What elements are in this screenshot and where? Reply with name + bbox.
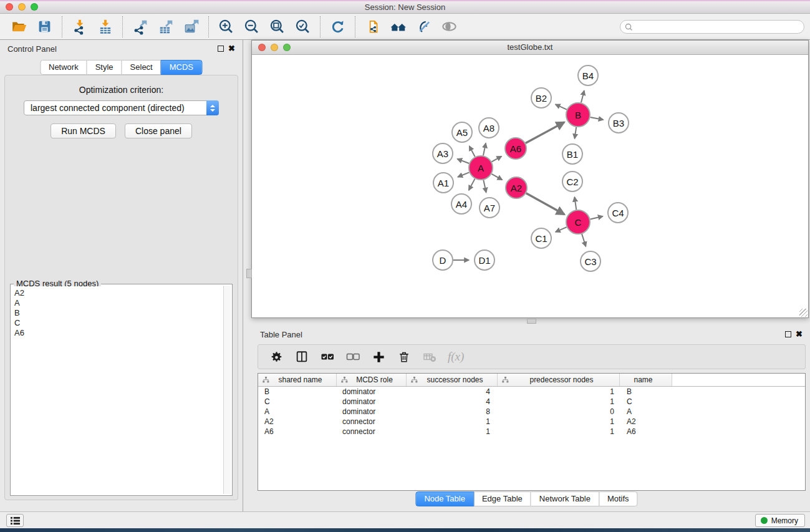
delete-column-icon[interactable] [397, 349, 412, 365]
show-graphics-details-button[interactable] [436, 15, 462, 39]
graph-edge-A-A6[interactable] [491, 157, 501, 162]
column-layout-icon[interactable] [294, 349, 309, 365]
table-cell[interactable]: B [258, 387, 337, 397]
graph-edge-A-A7[interactable] [483, 180, 486, 193]
graph-node-A1[interactable]: A1 [433, 173, 453, 193]
table-cell[interactable]: A2 [258, 417, 337, 427]
table-row[interactable]: A6connector11A6 [258, 427, 805, 437]
graph-node-A7[interactable]: A7 [480, 198, 499, 218]
graph-node-A4[interactable]: A4 [451, 194, 471, 214]
table-row[interactable]: Cdominator41C [258, 397, 805, 407]
graph-edge-C-C4[interactable] [590, 216, 602, 220]
graph-node-B3[interactable]: B3 [609, 113, 629, 133]
search-input[interactable] [635, 21, 804, 32]
graph-node-D1[interactable]: D1 [475, 250, 494, 270]
graph-edge-B-B1[interactable] [575, 127, 577, 138]
table-cell[interactable]: dominator [337, 387, 407, 397]
graph-node-C3[interactable]: C3 [581, 251, 600, 271]
graph-edge-A-A8[interactable] [483, 143, 486, 155]
graph-node-B1[interactable]: B1 [562, 144, 582, 164]
graph-edge-C-C2[interactable] [574, 197, 576, 210]
resize-grip[interactable] [799, 309, 808, 317]
save-session-button[interactable] [32, 15, 57, 39]
mcds-result-item[interactable]: A6 [12, 328, 223, 338]
table-row[interactable]: Bdominator41B [258, 387, 805, 397]
zoom-fit-button[interactable] [264, 15, 290, 39]
table-row[interactable]: Adominator80A [258, 407, 805, 417]
close-table-panel-icon[interactable]: ✖ [796, 329, 803, 339]
table-cell[interactable]: C [258, 397, 337, 407]
graph-node-B2[interactable]: B2 [531, 88, 551, 108]
table-cell[interactable]: dominator [337, 407, 407, 417]
import-table-button[interactable] [92, 15, 118, 39]
tab-mcds[interactable]: MCDS [161, 60, 202, 75]
dropdown-stepper-icon[interactable] [206, 100, 219, 115]
table-cell[interactable]: dominator [337, 397, 407, 407]
column-header-predecessor-nodes[interactable]: predecessor nodes [498, 374, 620, 386]
graph-node-B[interactable]: B [566, 103, 590, 127]
table-cell[interactable]: 1 [498, 417, 620, 427]
graph-node-C2[interactable]: C2 [562, 172, 582, 191]
zoom-out-button[interactable] [239, 15, 264, 39]
graph-edge-B-B2[interactable] [556, 104, 567, 109]
graph-edge-A-A1[interactable] [458, 172, 469, 177]
network-canvas[interactable]: ABCA2A6A1A3A4A5A7A8B1B2B3B4C1C2C3C4DD1 [252, 55, 808, 317]
table-cell[interactable]: 4 [407, 397, 498, 407]
splitter-handle-vertical[interactable] [246, 269, 252, 278]
graph-edge-C-C3[interactable] [582, 234, 586, 246]
table-cell[interactable]: 1 [407, 427, 498, 437]
mcds-result-item[interactable]: C [12, 318, 223, 328]
network-graph[interactable]: ABCA2A6A1A3A4A5A7A8B1B2B3B4C1C2C3C4DD1 [252, 55, 808, 317]
network-from-selection-button[interactable] [360, 15, 385, 39]
zoom-in-button[interactable] [213, 15, 239, 39]
graph-node-A5[interactable]: A5 [452, 122, 472, 142]
graph-node-D[interactable]: D [433, 250, 453, 270]
table-cell[interactable]: 1 [498, 397, 620, 407]
table-cell[interactable]: A6 [258, 427, 337, 437]
table-cell[interactable]: 0 [498, 407, 620, 417]
column-header-MCDS-role[interactable]: MCDS role [337, 374, 407, 386]
splitter-handle-horizontal[interactable] [527, 319, 536, 324]
memory-button[interactable]: Memory [755, 514, 805, 527]
run-mcds-button[interactable]: Run MCDS [51, 123, 116, 138]
tab-style[interactable]: Style [87, 60, 122, 75]
mcds-result-item[interactable]: A [12, 298, 223, 308]
criterion-dropdown[interactable]: largest connected component (directed) [24, 100, 219, 115]
table-cell[interactable]: A6 [620, 427, 672, 437]
network-window-titlebar[interactable]: testGlobe.txt [252, 41, 808, 55]
graph-edge-A6-B[interactable] [526, 122, 564, 143]
graph-node-C[interactable]: C [566, 210, 590, 234]
export-table-button[interactable] [153, 15, 178, 39]
column-header-shared-name[interactable]: shared name [258, 374, 337, 386]
tab-network[interactable]: Network [40, 60, 87, 75]
table-cell[interactable]: 4 [407, 387, 498, 397]
tab-edge-table[interactable]: Edge Table [473, 491, 531, 506]
graph-node-C1[interactable]: C1 [531, 228, 551, 248]
graph-edge-A-A2[interactable] [491, 174, 502, 180]
table-cell[interactable]: B [620, 387, 672, 397]
graph-edge-A-A3[interactable] [457, 159, 469, 163]
deselect-all-checkbox-icon[interactable] [345, 349, 360, 365]
column-header-successor-nodes[interactable]: successor nodes [407, 374, 498, 386]
float-table-panel-icon[interactable] [785, 331, 791, 337]
table-cell[interactable]: 1 [407, 417, 498, 427]
graph-node-C4[interactable]: C4 [608, 203, 628, 223]
tab-network-table[interactable]: Network Table [531, 491, 599, 506]
toolbar-search[interactable] [620, 20, 804, 34]
hide-annotations-button[interactable] [411, 15, 436, 39]
graph-edge-C-C1[interactable] [556, 227, 567, 232]
tab-node-table[interactable]: Node Table [415, 491, 474, 506]
table-cell[interactable]: 1 [498, 387, 620, 397]
table-cell[interactable]: 8 [407, 407, 498, 417]
graph-node-A6[interactable]: A6 [505, 138, 526, 159]
tab-select[interactable]: Select [122, 60, 162, 75]
home-button[interactable] [385, 15, 411, 39]
import-network-button[interactable] [67, 15, 92, 39]
select-all-checkbox-icon[interactable] [320, 349, 335, 365]
graph-node-A[interactable]: A [469, 156, 493, 180]
table-cell[interactable]: A [258, 407, 337, 417]
close-panel-button[interactable]: Close panel [125, 123, 192, 138]
table-cell[interactable]: A2 [620, 417, 672, 427]
table-cell[interactable]: A [620, 407, 672, 417]
tab-motifs[interactable]: Motifs [599, 491, 638, 506]
